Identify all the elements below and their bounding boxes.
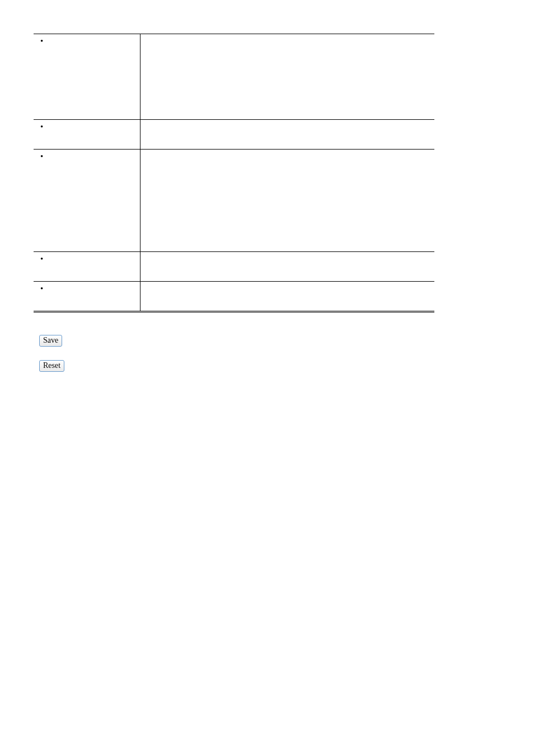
table-row: [34, 252, 434, 282]
parameter-name: [34, 34, 140, 120]
parameter-name: [34, 150, 140, 252]
table-row: [34, 282, 434, 312]
parameter-name: [34, 252, 140, 282]
parameter-description: [140, 282, 434, 312]
reset-line: Reset: [39, 360, 484, 372]
parameter-description: [140, 150, 434, 252]
parameter-description: [140, 252, 434, 282]
table-row: [34, 150, 434, 252]
parameter-description: [140, 34, 434, 120]
table-row: [34, 120, 434, 150]
buttons-section: Save Reset: [39, 335, 484, 372]
page-container: Save Reset: [0, 0, 534, 756]
parameter-name: [34, 120, 140, 150]
reset-button[interactable]: Reset: [39, 360, 64, 372]
parameter-description: [140, 120, 434, 150]
table-row: [34, 34, 434, 120]
parameters-table: [34, 34, 434, 312]
save-line: Save: [39, 335, 484, 347]
parameter-name: [34, 282, 140, 312]
save-button[interactable]: Save: [39, 335, 62, 347]
